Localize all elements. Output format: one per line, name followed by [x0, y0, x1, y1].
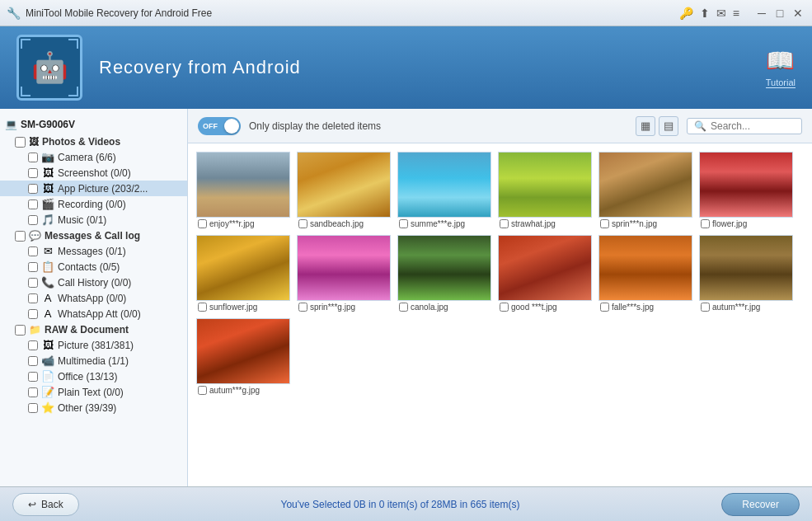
camera-checkbox[interactable]: [28, 153, 38, 162]
mail-icon[interactable]: ✉: [716, 7, 726, 20]
recording-checkbox[interactable]: [28, 199, 38, 209]
search-icon: 🔍: [694, 120, 706, 132]
other-label: Other (39/39): [58, 402, 116, 414]
sidebar-root[interactable]: 💻 SM-G9006V: [0, 115, 187, 134]
android-icon: 🤖: [31, 50, 68, 85]
contacts-checkbox[interactable]: [28, 262, 38, 272]
image-thumbnail: [297, 235, 391, 301]
grid-view-button[interactable]: ▦: [636, 116, 655, 136]
recording-label: Recording (0/0): [58, 199, 126, 210]
maximize-button[interactable]: □: [772, 6, 787, 21]
image-item[interactable]: canola.jpg: [397, 235, 491, 312]
search-input[interactable]: [711, 120, 793, 132]
sidebar-item-call-history[interactable]: 📞 Call History (0/0): [0, 275, 187, 290]
image-item[interactable]: sprin***g.jpg: [297, 235, 391, 312]
image-label: canola.jpg: [397, 301, 491, 312]
image-checkbox[interactable]: [500, 303, 509, 312]
sidebar-item-multimedia[interactable]: 📹 Multimedia (1/1): [0, 353, 187, 368]
raw-group-checkbox[interactable]: [15, 325, 26, 336]
sidebar-item-plain-text[interactable]: 📝 Plain Text (0/0): [0, 384, 187, 400]
image-checkbox[interactable]: [701, 219, 710, 228]
sidebar-item-office[interactable]: 📄 Office (13/13): [0, 368, 187, 384]
camera-label: Camera (6/6): [58, 152, 116, 163]
title-bar-icons: 🔑 ⬆ ✉ ≡: [679, 7, 739, 20]
image-thumbnail: [196, 318, 290, 384]
messages-group-checkbox[interactable]: [15, 231, 26, 242]
image-checkbox[interactable]: [600, 219, 609, 228]
image-filename: sandbeach.jpg: [310, 219, 364, 228]
sidebar-group-photos[interactable]: 🖼 Photos & Videos: [0, 134, 187, 149]
office-checkbox[interactable]: [28, 372, 38, 382]
tutorial-button[interactable]: 📖 Tutorial: [766, 47, 796, 88]
image-item[interactable]: good ***t.jpg: [498, 235, 592, 312]
close-button[interactable]: ✕: [791, 6, 805, 21]
key-icon[interactable]: 🔑: [679, 7, 693, 20]
sidebar-item-recording[interactable]: 🎬 Recording (0/0): [0, 196, 187, 212]
call-history-checkbox[interactable]: [28, 278, 38, 288]
image-label: sandbeach.jpg: [297, 218, 391, 228]
toggle-deleted-switch[interactable]: OFF: [198, 117, 241, 135]
title-bar: 🔧 MiniTool Mobile Recovery for Android F…: [0, 0, 812, 26]
back-button[interactable]: ↩ Back: [12, 493, 79, 516]
sidebar-item-camera[interactable]: 📷 Camera (6/6): [0, 149, 187, 165]
sidebar-item-screenshot[interactable]: 🖼 Screenshot (0/0): [0, 165, 187, 181]
image-checkbox[interactable]: [701, 303, 710, 312]
image-item[interactable]: sandbeach.jpg: [297, 152, 391, 228]
messages-checkbox[interactable]: [28, 246, 38, 256]
image-thumbnail: [297, 152, 391, 218]
image-checkbox[interactable]: [198, 386, 207, 395]
sidebar-item-contacts[interactable]: 📋 Contacts (0/5): [0, 259, 187, 275]
other-checkbox[interactable]: [28, 403, 38, 413]
recover-button[interactable]: Recover: [721, 493, 800, 516]
app-picture-icon: 🖼: [41, 182, 54, 195]
upload-icon[interactable]: ⬆: [700, 7, 710, 20]
image-thumbnail: [397, 152, 491, 218]
messages-group-label: Messages & Call log: [45, 230, 140, 242]
music-checkbox[interactable]: [28, 215, 38, 225]
image-item[interactable]: strawhat.jpg: [498, 152, 592, 228]
list-view-button[interactable]: ▤: [659, 116, 678, 136]
image-checkbox[interactable]: [298, 219, 307, 228]
image-item[interactable]: falle***s.jpg: [598, 235, 692, 312]
whatsapp-checkbox[interactable]: [28, 293, 38, 303]
office-icon: 📄: [41, 370, 54, 383]
image-checkbox[interactable]: [399, 303, 408, 312]
multimedia-checkbox[interactable]: [28, 356, 38, 366]
sidebar-item-whatsapp[interactable]: A WhatsApp (0/0): [0, 290, 187, 306]
sidebar-group-raw[interactable]: 📁 RAW & Document: [0, 322, 187, 337]
image-checkbox[interactable]: [399, 219, 408, 228]
image-thumbnail: [196, 152, 290, 218]
image-filename: good ***t.jpg: [511, 303, 557, 312]
picture-checkbox[interactable]: [28, 340, 38, 350]
sidebar-item-app-picture[interactable]: 🖼 App Picture (203/2...: [0, 181, 187, 196]
image-item[interactable]: enjoy***r.jpg: [196, 152, 290, 228]
sidebar-item-messages[interactable]: ✉ Messages (0/1): [0, 243, 187, 259]
app-title: MiniTool Mobile Recovery for Android Fre…: [26, 7, 674, 19]
image-checkbox[interactable]: [198, 219, 207, 228]
sidebar-item-other[interactable]: ⭐ Other (39/39): [0, 400, 187, 415]
image-checkbox[interactable]: [600, 303, 609, 312]
image-checkbox[interactable]: [298, 303, 307, 312]
image-checkbox[interactable]: [198, 303, 207, 312]
sidebar-group-messages[interactable]: 💬 Messages & Call log: [0, 228, 187, 243]
image-label: sunflower.jpg: [196, 301, 290, 312]
image-item[interactable]: autum***r.jpg: [699, 235, 793, 312]
image-item[interactable]: autum***g.jpg: [196, 318, 290, 395]
image-item[interactable]: summe***e.jpg: [397, 152, 491, 228]
image-item[interactable]: sunflower.jpg: [196, 235, 290, 312]
plain-text-checkbox[interactable]: [28, 387, 38, 397]
image-filename: sprin***g.jpg: [310, 303, 355, 312]
whatsapp-label: WhatsApp (0/0): [58, 293, 126, 304]
whatsapp-att-checkbox[interactable]: [28, 309, 38, 319]
image-item[interactable]: flower.jpg: [699, 152, 793, 228]
menu-icon[interactable]: ≡: [733, 7, 739, 20]
minimize-button[interactable]: ─: [754, 6, 769, 21]
app-picture-checkbox[interactable]: [28, 184, 38, 194]
sidebar-item-music[interactable]: 🎵 Music (0/1): [0, 212, 187, 228]
screenshot-checkbox[interactable]: [28, 168, 38, 178]
image-checkbox[interactable]: [500, 219, 509, 228]
sidebar-item-whatsapp-att[interactable]: A WhatsApp Att (0/0): [0, 306, 187, 322]
sidebar-item-picture[interactable]: 🖼 Picture (381/381): [0, 337, 187, 353]
image-item[interactable]: sprin***n.jpg: [598, 152, 692, 228]
photos-group-checkbox[interactable]: [15, 137, 26, 148]
